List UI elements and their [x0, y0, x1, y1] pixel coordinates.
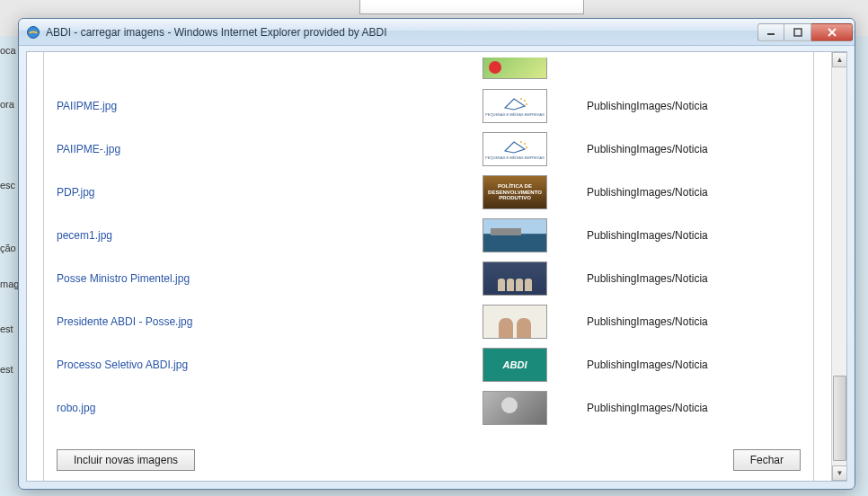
- vertical-scrollbar[interactable]: ▲ ▼: [831, 52, 846, 481]
- thumbnail: PEQUENAS E MÉDIAS EMPRESAS: [483, 89, 547, 123]
- folder-path: PublishingImages/Noticia: [578, 315, 801, 328]
- scroll-down-button[interactable]: ▼: [832, 465, 847, 481]
- include-images-button[interactable]: Incluir novas imagens: [57, 449, 195, 471]
- thumbnail: [483, 261, 547, 296]
- background-input: [359, 0, 584, 14]
- file-link[interactable]: PDP.jpg: [57, 186, 94, 199]
- folder-path: PublishingImages/Noticia: [578, 229, 801, 242]
- bg-text: est: [0, 364, 13, 375]
- bg-text: ora: [0, 99, 14, 110]
- window-title: ABDI - carregar imagens - Windows Intern…: [46, 26, 757, 39]
- thumbnail: PEQUENAS E MÉDIAS EMPRESAS: [483, 132, 547, 166]
- table-row: PDP.jpg POLÍTICA DE DESENVOLVIMENTO PROD…: [57, 171, 801, 214]
- bg-text: mag: [0, 279, 19, 289]
- svg-point-7: [524, 143, 526, 145]
- svg-point-3: [520, 98, 522, 100]
- svg-rect-2: [794, 29, 802, 36]
- table-row: robo.jpg PublishingImages/Noticia: [57, 386, 801, 430]
- close-button[interactable]: [811, 23, 853, 41]
- file-link[interactable]: robo.jpg: [57, 402, 95, 414]
- client-area: PAIIPME.jpg PEQUENAS E MÉDIAS EMPRESAS P…: [26, 51, 847, 482]
- bg-text: oca: [0, 45, 16, 56]
- folder-path: PublishingImages/Noticia: [578, 100, 801, 112]
- table-row: PAIIPME.jpg PEQUENAS E MÉDIAS EMPRESAS P…: [57, 84, 801, 128]
- file-link[interactable]: Processo Seletivo ABDI.jpg: [57, 359, 188, 371]
- svg-point-8: [526, 146, 527, 148]
- scroll-up-button[interactable]: ▲: [832, 52, 847, 67]
- thumbnail: [483, 391, 547, 425]
- folder-path: PublishingImages/Noticia: [578, 272, 801, 285]
- folder-path: PublishingImages/Noticia: [578, 402, 801, 414]
- folder-path: PublishingImages/Noticia: [578, 186, 801, 199]
- ie-window: ABDI - carregar imagens - Windows Intern…: [18, 18, 855, 490]
- file-link[interactable]: Posse Ministro Pimentel.jpg: [57, 272, 190, 285]
- file-link[interactable]: PAIIPME.jpg: [57, 100, 117, 112]
- table-row: Posse Ministro Pimentel.jpg PublishingIm…: [57, 257, 801, 300]
- close-dialog-button[interactable]: Fechar: [733, 449, 801, 471]
- table-row: Processo Seletivo ABDI.jpg ABDI Publishi…: [57, 343, 801, 386]
- file-list: PAIIPME.jpg PEQUENAS E MÉDIAS EMPRESAS P…: [57, 58, 801, 441]
- svg-point-4: [524, 100, 526, 102]
- table-row: [57, 58, 801, 84]
- scroll-thumb[interactable]: [833, 376, 846, 461]
- maximize-button[interactable]: [784, 23, 811, 41]
- thumbnail: ABDI: [483, 348, 547, 382]
- thumbnail: [483, 218, 547, 252]
- minimize-button[interactable]: [757, 23, 784, 41]
- file-link[interactable]: PAIIPME-.jpg: [57, 143, 120, 155]
- svg-rect-1: [767, 33, 775, 35]
- footer: Incluir novas imagens Fechar: [57, 441, 801, 474]
- bg-text: esc: [0, 180, 15, 190]
- bg-text: ção: [0, 243, 16, 253]
- thumbnail: [483, 305, 547, 339]
- folder-path: PublishingImages/Noticia: [578, 143, 801, 155]
- thumbnail: POLÍTICA DE DESENVOLVIMENTO PRODUTIVO: [483, 175, 547, 209]
- table-row: pecem1.jpg PublishingImages/Noticia: [57, 214, 801, 257]
- bg-text: est: [0, 323, 13, 334]
- thumbnail: [483, 58, 547, 79]
- svg-point-6: [520, 141, 522, 143]
- content: PAIIPME.jpg PEQUENAS E MÉDIAS EMPRESAS P…: [43, 52, 814, 481]
- ie-icon: [26, 25, 40, 40]
- svg-point-5: [526, 103, 527, 105]
- folder-path: PublishingImages/Noticia: [578, 359, 801, 371]
- table-row: PAIIPME-.jpg PEQUENAS E MÉDIAS EMPRESAS …: [57, 128, 801, 171]
- titlebar[interactable]: ABDI - carregar imagens - Windows Intern…: [19, 19, 855, 46]
- table-row: Presidente ABDI - Posse.jpg PublishingIm…: [57, 300, 801, 343]
- file-link[interactable]: pecem1.jpg: [57, 229, 112, 242]
- file-link[interactable]: Presidente ABDI - Posse.jpg: [57, 315, 192, 328]
